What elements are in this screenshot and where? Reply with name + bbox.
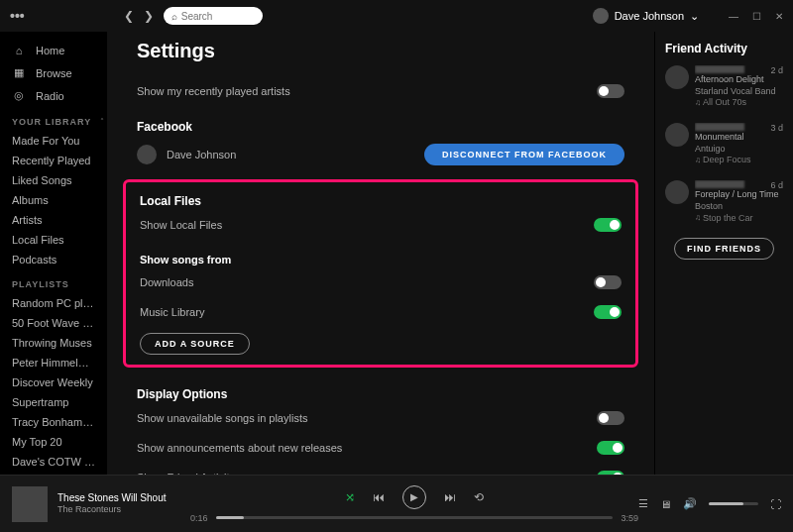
- friend-time: 2 d: [770, 65, 783, 75]
- sidebar-playlist-item[interactable]: Tracy Bonham – Th…: [0, 412, 107, 432]
- sidebar-library-item[interactable]: Artists: [0, 210, 107, 230]
- time-duration: 3:59: [621, 513, 638, 523]
- track-title[interactable]: These Stones Will Shout: [57, 491, 167, 504]
- sidebar-library-item[interactable]: Local Files: [0, 230, 107, 250]
- back-button[interactable]: ❮: [124, 9, 134, 23]
- toggle-unavailable[interactable]: [597, 411, 624, 425]
- friend-time: 6 d: [770, 180, 783, 190]
- friend-avatar: [665, 180, 689, 204]
- search-box[interactable]: ⌕: [164, 7, 263, 25]
- track-artist[interactable]: The Raconteurs: [57, 504, 167, 516]
- avatar: [593, 8, 609, 24]
- shuffle-button[interactable]: ⤨: [345, 490, 355, 504]
- friend-song: Afternoon Delight: [695, 74, 783, 86]
- setting-label: Show Local Files: [140, 219, 222, 231]
- toggle-recently-played[interactable]: [597, 84, 624, 98]
- setting-label: Music Library: [140, 306, 204, 318]
- minimize-button[interactable]: —: [729, 11, 738, 22]
- friend-artist: Boston: [695, 201, 783, 213]
- search-icon: ⌕: [171, 11, 177, 22]
- topbar: ••• ❮ ❯ ⌕ Dave Johnson ⌄ — ☐ ✕: [0, 0, 793, 32]
- sidebar-library-item[interactable]: Podcasts: [0, 250, 107, 269]
- previous-button[interactable]: ⏮: [373, 490, 385, 504]
- friend-artist: Starland Vocal Band: [695, 86, 783, 98]
- devices-icon[interactable]: 🖥: [660, 498, 671, 510]
- sidebar-playlist-item[interactable]: Supertramp: [0, 392, 107, 412]
- sidebar-item-home[interactable]: ⌂Home: [0, 40, 107, 61]
- music-note-icon: ♫: [695, 156, 701, 165]
- friend-avatar: [665, 123, 689, 147]
- sidebar-library-item[interactable]: Albums: [0, 190, 107, 210]
- browse-icon: ▦: [12, 66, 26, 79]
- friend-name: [695, 180, 744, 188]
- sidebar-item-label: Radio: [36, 90, 64, 102]
- sidebar-playlist-item[interactable]: Throwing Muses: [0, 333, 107, 353]
- sidebar-playlist-item[interactable]: Dave's COTW play…: [0, 452, 107, 472]
- progress-bar[interactable]: [216, 516, 614, 519]
- music-note-icon: ♫: [695, 213, 701, 223]
- next-button[interactable]: ⏭: [444, 490, 456, 504]
- toggle-announcements[interactable]: [597, 441, 624, 455]
- friend-avatar: [665, 65, 689, 89]
- local-files-highlight: Local Files Show Local Files Show songs …: [123, 179, 638, 368]
- friend-activity-panel: Friend Activity Afternoon DelightStarlan…: [654, 32, 793, 475]
- username: Dave Johnson: [615, 10, 684, 22]
- sidebar-playlist-item[interactable]: 50 Foot Wave on PC: [0, 313, 107, 333]
- friend-song: Foreplay / Long Time: [695, 189, 783, 201]
- friend-name: [695, 65, 744, 73]
- chevron-up-icon[interactable]: ˄: [100, 117, 104, 126]
- friend-playlist: ♫ All Out 70s: [695, 97, 783, 109]
- toggle-downloads[interactable]: [594, 275, 622, 289]
- local-files-header: Local Files: [140, 192, 622, 210]
- library-header: YOUR LIBRARY: [0, 107, 107, 131]
- forward-button[interactable]: ❯: [144, 9, 154, 23]
- page-title: Settings: [137, 32, 624, 76]
- music-note-icon: ♫: [695, 98, 701, 108]
- disconnect-facebook-button[interactable]: DISCONNECT FROM FACEBOOK: [424, 144, 624, 165]
- toggle-show-local-files[interactable]: [594, 218, 622, 232]
- toggle-friend-activity[interactable]: [597, 471, 624, 475]
- show-songs-from-header: Show songs from: [140, 240, 622, 267]
- sidebar-library-item[interactable]: Liked Songs: [0, 170, 107, 190]
- player-bar: These Stones Will Shout The Raconteurs ⤨…: [0, 475, 793, 532]
- friend-item[interactable]: MonumentalAntuigo♫ Deep Focus3 d: [665, 123, 783, 166]
- sidebar-playlist-item[interactable]: Random PC playlist: [0, 293, 107, 313]
- facebook-name: Dave Johnson: [167, 149, 236, 160]
- sidebar-item-radio[interactable]: ◎Radio: [0, 84, 107, 107]
- sidebar-playlist-item[interactable]: iTunes: [0, 472, 107, 475]
- time-elapsed: 0:16: [190, 513, 208, 523]
- friend-time: 3 d: [770, 123, 783, 133]
- facebook-avatar: [137, 145, 157, 164]
- volume-icon[interactable]: 🔊: [683, 497, 697, 510]
- fullscreen-icon[interactable]: ⛶: [770, 498, 781, 510]
- search-input[interactable]: [181, 11, 241, 22]
- volume-slider[interactable]: [709, 502, 758, 505]
- play-button[interactable]: ▶: [402, 485, 426, 509]
- friend-item[interactable]: Afternoon DelightStarland Vocal Band♫ Al…: [665, 65, 783, 109]
- repeat-button[interactable]: ⟲: [474, 490, 484, 504]
- sidebar-library-item[interactable]: Made For You: [0, 131, 107, 151]
- close-button[interactable]: ✕: [775, 11, 783, 22]
- toggle-music-library[interactable]: [594, 305, 622, 319]
- chevron-down-icon: ⌄: [690, 10, 699, 23]
- find-friends-button[interactable]: FIND FRIENDS: [674, 238, 774, 260]
- setting-label: Show my recently played artists: [137, 85, 290, 97]
- add-source-button[interactable]: ADD A SOURCE: [140, 333, 250, 355]
- friend-item[interactable]: Foreplay / Long TimeBoston♫ Stop the Car…: [665, 180, 783, 224]
- facebook-header: Facebook: [137, 106, 624, 136]
- maximize-button[interactable]: ☐: [752, 11, 761, 22]
- sidebar-library-item[interactable]: Recently Played: [0, 151, 107, 170]
- menu-dots-icon[interactable]: •••: [10, 8, 25, 24]
- album-art[interactable]: [12, 486, 48, 522]
- home-icon: ⌂: [12, 45, 26, 56]
- queue-icon[interactable]: ☰: [638, 497, 648, 510]
- setting-label: Show announcements about new releases: [137, 442, 342, 454]
- sidebar-playlist-item[interactable]: Peter Himmelman: [0, 353, 107, 372]
- sidebar: ⌂Home ▦Browse ◎Radio YOUR LIBRARY ˄ Made…: [0, 32, 107, 475]
- main-content: Settings Show my recently played artists…: [107, 32, 654, 475]
- user-menu[interactable]: Dave Johnson ⌄: [593, 8, 699, 24]
- sidebar-item-browse[interactable]: ▦Browse: [0, 61, 107, 84]
- friend-playlist: ♫ Stop the Car: [695, 213, 783, 225]
- sidebar-playlist-item[interactable]: Discover Weekly: [0, 372, 107, 392]
- sidebar-playlist-item[interactable]: My Top 20: [0, 432, 107, 452]
